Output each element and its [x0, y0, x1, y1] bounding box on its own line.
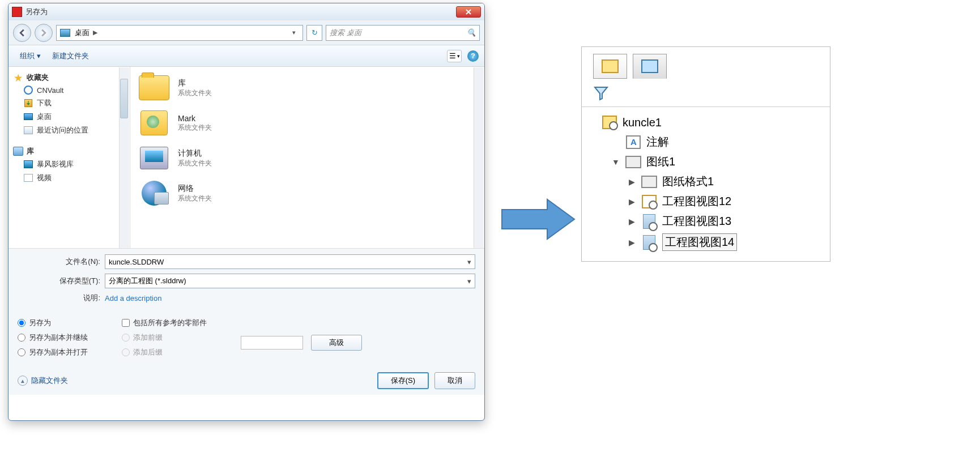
folder-icon — [137, 74, 171, 102]
drawing-view-icon — [641, 214, 658, 229]
feature-tree: kuncle1 注解 ▼ 图纸1 ▶ 图纸格式1 ▶ 工程图视图12 ▶ 工程图… — [582, 107, 830, 261]
desktop-icon — [23, 112, 33, 121]
folder-entry-computer[interactable]: 计算机系统文件夹 — [134, 140, 481, 176]
titlebar: 另存为 — [8, 3, 484, 20]
tree-view-14[interactable]: ▶ 工程图视图14 — [586, 231, 825, 253]
video-icon — [23, 173, 33, 182]
window-title: 另存为 — [25, 7, 48, 17]
video-icon — [23, 160, 33, 169]
radio-input — [122, 334, 130, 342]
tree-sheet-format[interactable]: ▶ 图纸格式1 — [586, 172, 825, 191]
folder-entry-libraries[interactable]: 库系统文件夹 — [134, 70, 481, 105]
nav-back-button[interactable] — [13, 24, 31, 42]
chevron-down-icon[interactable]: ▾ — [467, 277, 471, 285]
annotations-icon — [625, 135, 642, 150]
collapse-icon[interactable]: ▼ — [611, 157, 620, 167]
checkbox-input[interactable] — [122, 319, 130, 327]
refresh-button[interactable]: ↻ — [306, 25, 322, 41]
cancel-button[interactable]: 取消 — [434, 372, 475, 389]
tab-feature-manager[interactable] — [593, 54, 627, 79]
user-folder-icon — [137, 109, 171, 137]
tree-view-12[interactable]: ▶ 工程图视图12 — [586, 191, 825, 211]
recent-icon — [23, 126, 33, 135]
tree-root[interactable]: kuncle1 — [586, 113, 825, 132]
expand-icon[interactable]: ▶ — [627, 217, 636, 226]
library-icon — [13, 147, 23, 156]
tree-annotations[interactable]: 注解 — [586, 132, 825, 152]
filename-label: 文件名(N): — [14, 257, 105, 267]
app-icon — [12, 7, 22, 17]
sidebar-favorites-header[interactable]: ★ 收藏夹 — [11, 71, 127, 84]
breadcrumb-segment: 桌面 — [75, 28, 90, 38]
radio-input[interactable] — [18, 319, 25, 327]
radio-save-as[interactable]: 另存为 — [18, 318, 88, 328]
funnel-icon — [593, 85, 609, 101]
sidebar: ★ 收藏夹 CNVault 下载 桌面 最近访问的位置 库 暴风影视库 视频 — [8, 67, 130, 248]
add-description-link[interactable]: Add a description — [105, 294, 161, 302]
sidebar-item-downloads[interactable]: 下载 — [11, 96, 127, 110]
breadcrumb[interactable]: 桌面 ▶ ▾ — [56, 25, 303, 41]
tree-view-13[interactable]: ▶ 工程图视图13 — [586, 211, 825, 231]
save-button[interactable]: 保存(S) — [377, 372, 429, 389]
help-icon[interactable]: ? — [467, 50, 479, 62]
folder-entry-mark[interactable]: Mark系统文件夹 — [134, 105, 481, 140]
advanced-button[interactable]: 高级 — [311, 335, 362, 351]
sheet-icon — [625, 155, 642, 169]
hide-folders-link[interactable]: ▲ 隐藏文件夹 — [18, 376, 68, 386]
sidebar-item-cnvault[interactable]: CNVault — [11, 84, 127, 96]
tree-sheet[interactable]: ▼ 图纸1 — [586, 152, 825, 172]
sidebar-item-baofeng[interactable]: 暴风影视库 — [11, 157, 127, 171]
sidebar-item-desktop[interactable]: 桌面 — [11, 110, 127, 123]
main-file-area[interactable]: 库系统文件夹 Mark系统文件夹 计算机系统文件夹 网络系统文件夹 — [130, 67, 484, 248]
filetype-label: 保存类型(T): — [14, 276, 105, 286]
tab-property-manager[interactable] — [633, 54, 667, 79]
drawing-icon — [601, 115, 618, 130]
feature-tree-panel: kuncle1 注解 ▼ 图纸1 ▶ 图纸格式1 ▶ 工程图视图12 ▶ 工程图… — [581, 46, 830, 262]
drawing-view-icon — [641, 194, 658, 209]
chevron-down-icon[interactable]: ▾ — [467, 258, 471, 266]
chevron-down-icon[interactable]: ▾ — [292, 29, 296, 36]
prefix-input[interactable] — [241, 336, 303, 350]
sidebar-item-videos[interactable]: 视频 — [11, 171, 127, 185]
search-input[interactable]: 搜索 桌面 🔍 — [326, 25, 480, 41]
toolbar: 组织▾ 新建文件夹 ☰▾ ? — [8, 45, 484, 67]
sidebar-libraries-header[interactable]: 库 — [11, 145, 127, 157]
chevron-down-icon: ▾ — [457, 53, 460, 59]
expand-icon[interactable]: ▶ — [627, 238, 636, 247]
download-icon — [23, 99, 33, 108]
ie-icon — [23, 86, 33, 95]
dialog-footer: ▲ 隐藏文件夹 保存(S) 取消 — [8, 367, 484, 395]
sidebar-item-recent[interactable]: 最近访问的位置 — [11, 123, 127, 137]
main-scrollbar[interactable] — [474, 67, 484, 248]
tree-tabs — [582, 47, 830, 79]
scroll-thumb[interactable] — [120, 79, 128, 118]
radio-input[interactable] — [18, 348, 25, 356]
radio-save-copy-continue[interactable]: 另存为副本并继续 — [18, 333, 88, 343]
list-icon: ☰ — [449, 52, 456, 60]
chevron-down-icon: ▾ — [37, 52, 41, 60]
folder-entry-network[interactable]: 网络系统文件夹 — [134, 176, 481, 211]
close-button[interactable] — [456, 6, 481, 18]
computer-icon — [137, 144, 171, 172]
search-icon: 🔍 — [467, 28, 476, 37]
radio-add-suffix: 添加后缀 — [122, 347, 207, 357]
sheet-format-icon — [641, 174, 658, 189]
radio-save-copy-open[interactable]: 另存为副本并打开 — [18, 347, 88, 357]
chevron-right-icon: ▶ — [93, 29, 97, 36]
expand-icon[interactable]: ▶ — [627, 197, 636, 206]
options-area: 另存为 另存为副本并继续 另存为副本并打开 包括所有参考的零部件 添加前缀 添加… — [8, 313, 484, 367]
nav-forward-button[interactable] — [35, 24, 53, 42]
radio-input — [122, 348, 130, 356]
filename-input[interactable]: kuncle.SLDDRW▾ — [105, 254, 475, 269]
new-folder-button[interactable]: 新建文件夹 — [46, 49, 95, 63]
description-label: 说明: — [14, 293, 105, 303]
radio-input[interactable] — [18, 334, 25, 342]
expand-icon[interactable]: ▶ — [627, 177, 636, 186]
view-mode-button[interactable]: ☰▾ — [447, 50, 462, 62]
checkbox-include-refs[interactable]: 包括所有参考的零部件 — [122, 318, 207, 328]
organize-button[interactable]: 组织▾ — [14, 49, 46, 63]
sidebar-scrollbar[interactable] — [119, 67, 129, 248]
filter-row[interactable] — [582, 79, 830, 107]
filetype-select[interactable]: 分离的工程图 (*.slddrw)▾ — [105, 274, 475, 288]
network-icon — [137, 179, 171, 207]
